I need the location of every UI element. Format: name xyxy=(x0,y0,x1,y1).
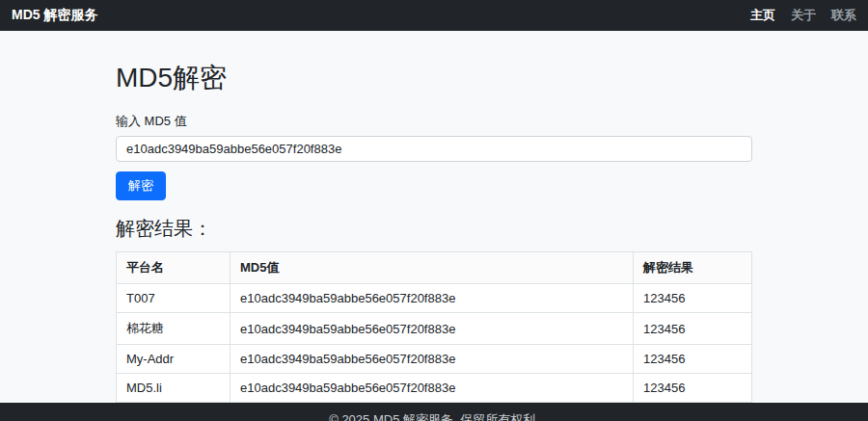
page-title: MD5解密 xyxy=(116,60,752,96)
footer-text: © 2025 MD5 解密服务. 保留所有权利. xyxy=(329,411,539,421)
navbar-brand[interactable]: MD5 解密服务 xyxy=(12,7,97,24)
table-row: MD5.li e10adc3949ba59abbe56e057f20f883e … xyxy=(117,374,752,403)
cell-result: 123456 xyxy=(634,374,752,403)
header-result: 解密结果 xyxy=(634,252,752,284)
header-md5: MD5值 xyxy=(231,252,634,284)
decrypt-button[interactable]: 解密 xyxy=(116,171,166,200)
navbar-links: 主页 关于 联系 xyxy=(750,7,856,24)
cell-result: 123456 xyxy=(634,345,752,374)
md5-input-label: 输入 MD5 值 xyxy=(116,113,752,130)
cell-result: 123456 xyxy=(634,284,752,313)
table-row: My-Addr e10adc3949ba59abbe56e057f20f883e… xyxy=(117,345,752,374)
cell-platform: My-Addr xyxy=(117,345,231,374)
nav-link-about[interactable]: 关于 xyxy=(791,7,816,24)
nav-link-contact[interactable]: 联系 xyxy=(831,7,856,24)
cell-md5: e10adc3949ba59abbe56e057f20f883e xyxy=(231,313,634,345)
table-row: T007 e10adc3949ba59abbe56e057f20f883e 12… xyxy=(117,284,752,313)
cell-md5: e10adc3949ba59abbe56e057f20f883e xyxy=(231,284,634,313)
cell-md5: e10adc3949ba59abbe56e057f20f883e xyxy=(231,345,634,374)
page-footer: © 2025 MD5 解密服务. 保留所有权利. xyxy=(0,403,868,421)
cell-platform: 棉花糖 xyxy=(117,313,231,345)
table-header-row: 平台名 MD5值 解密结果 xyxy=(117,252,752,284)
results-title: 解密结果： xyxy=(116,216,752,242)
table-row: 棉花糖 e10adc3949ba59abbe56e057f20f883e 123… xyxy=(117,313,752,345)
header-platform: 平台名 xyxy=(117,252,231,284)
results-table: 平台名 MD5值 解密结果 T007 e10adc3949ba59abbe56e… xyxy=(116,251,752,403)
cell-result: 123456 xyxy=(634,313,752,345)
main-content: MD5解密 输入 MD5 值 解密 解密结果： 平台名 MD5值 解密结果 T0… xyxy=(116,31,752,403)
nav-link-home[interactable]: 主页 xyxy=(750,7,775,24)
md5-input[interactable] xyxy=(116,136,752,162)
top-navbar: MD5 解密服务 主页 关于 联系 xyxy=(0,0,868,31)
cell-md5: e10adc3949ba59abbe56e057f20f883e xyxy=(231,374,634,403)
cell-platform: T007 xyxy=(117,284,231,313)
cell-platform: MD5.li xyxy=(117,374,231,403)
